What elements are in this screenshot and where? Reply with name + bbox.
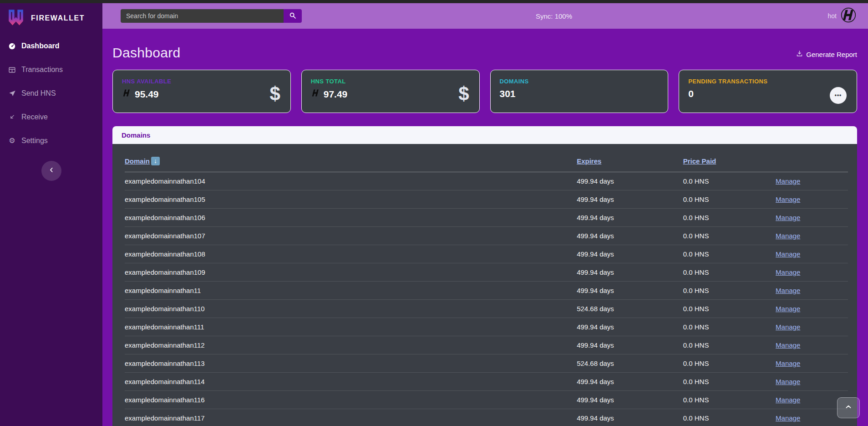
domains-table-body: exampledomainnathan104 499.94 days 0.0 H…: [125, 172, 848, 426]
manage-link[interactable]: Manage: [776, 232, 800, 240]
topbar: Sync: 100% hot: [102, 3, 868, 29]
card-value: 95.49: [122, 88, 171, 100]
price-cell: 0.0 HNS: [683, 409, 776, 426]
sidebar-nav: Dashboard Transactions Send HNS: [0, 31, 102, 153]
card-value: 97.49: [311, 88, 348, 100]
wallet-selector[interactable]: hot: [828, 7, 868, 25]
manage-link[interactable]: Manage: [776, 414, 800, 422]
manage-link[interactable]: Manage: [776, 177, 800, 185]
price-cell: 0.0 HNS: [683, 318, 776, 336]
card-value-text: 0: [688, 88, 694, 99]
download-icon: [796, 50, 803, 58]
column-header-expires[interactable]: Expires: [577, 157, 601, 165]
expires-cell: 499.94 days: [577, 209, 683, 227]
sort-down-icon: ↓: [151, 157, 160, 165]
domain-cell: exampledomainnathan117: [125, 409, 577, 426]
expires-cell: 524.68 days: [577, 300, 683, 318]
domain-cell: exampledomainnathan11: [125, 282, 577, 300]
expires-cell: 499.94 days: [577, 263, 683, 282]
card-value-text: 301: [500, 88, 516, 99]
sidebar-item-transactions[interactable]: Transactions: [0, 58, 102, 82]
manage-link[interactable]: Manage: [776, 268, 800, 276]
manage-link[interactable]: Manage: [776, 287, 800, 294]
paper-plane-icon: [8, 90, 16, 97]
manage-link[interactable]: Manage: [776, 378, 800, 385]
sidebar-item-receive[interactable]: Receive: [0, 105, 102, 129]
chevron-left-icon: [48, 166, 55, 175]
column-header-domain[interactable]: Domain: [125, 157, 150, 165]
domains-panel-body: Domain↓ Expires Price Paid exampledomain…: [112, 144, 857, 426]
dollar-icon: $: [458, 83, 469, 105]
generate-report-button[interactable]: Generate Report: [796, 50, 857, 61]
table-row: exampledomainnathan117 499.94 days 0.0 H…: [125, 409, 848, 426]
manage-link[interactable]: Manage: [776, 305, 800, 313]
domains-table: Domain↓ Expires Price Paid exampledomain…: [125, 149, 848, 426]
card-domains: DOMAINS 301: [490, 70, 669, 113]
hns-logo-icon: [311, 88, 320, 100]
table-header-row: Domain↓ Expires Price Paid: [125, 149, 848, 172]
sidebar-item-settings[interactable]: ⚙ Settings: [0, 129, 102, 153]
price-cell: 0.0 HNS: [683, 227, 776, 245]
ellipsis-icon[interactable]: •••: [830, 87, 847, 104]
table-row: exampledomainnathan111 499.94 days 0.0 H…: [125, 318, 848, 336]
search-input[interactable]: [121, 9, 284, 23]
card-value-text: 95.49: [135, 89, 159, 100]
price-cell: 0.0 HNS: [683, 172, 776, 190]
domains-panel-title: Domains: [112, 126, 857, 144]
expires-cell: 499.94 days: [577, 282, 683, 300]
table-row: exampledomainnathan109 499.94 days 0.0 H…: [125, 263, 848, 282]
manage-link[interactable]: Manage: [776, 396, 800, 404]
card-title: PENDING TRANSACTIONS: [688, 78, 767, 85]
expires-cell: 499.94 days: [577, 336, 683, 354]
gear-icon: ⚙: [8, 137, 16, 144]
main-content: Dashboard Generate Report HNS AVAILABLE: [102, 29, 868, 426]
manage-link[interactable]: Manage: [776, 359, 800, 367]
table-row: exampledomainnathan106 499.94 days 0.0 H…: [125, 209, 848, 227]
price-cell: 0.0 HNS: [683, 354, 776, 373]
sidebar-item-label: Settings: [21, 137, 48, 145]
expires-cell: 499.94 days: [577, 227, 683, 245]
table-icon: [8, 66, 16, 74]
page-head: Dashboard Generate Report: [112, 29, 857, 61]
domain-cell: exampledomainnathan112: [125, 336, 577, 354]
domain-cell: exampledomainnathan114: [125, 373, 577, 391]
sidebar-collapse-button[interactable]: [41, 161, 61, 181]
expires-cell: 499.94 days: [577, 391, 683, 409]
domain-search: [121, 9, 302, 23]
table-row: exampledomainnathan112 499.94 days 0.0 H…: [125, 336, 848, 354]
price-cell: 0.0 HNS: [683, 336, 776, 354]
brand: FIREWALLET: [0, 3, 102, 31]
sidebar: FIREWALLET Dashboard Transactions: [0, 3, 102, 426]
domain-cell: exampledomainnathan116: [125, 391, 577, 409]
domain-cell: exampledomainnathan104: [125, 172, 577, 190]
expires-cell: 499.94 days: [577, 409, 683, 426]
sidebar-item-dashboard[interactable]: Dashboard: [0, 34, 102, 58]
manage-link[interactable]: Manage: [776, 195, 800, 203]
generate-report-label: Generate Report: [806, 51, 857, 58]
sidebar-item-label: Transactions: [21, 66, 63, 74]
manage-link[interactable]: Manage: [776, 214, 800, 221]
card-value: 301: [500, 88, 529, 99]
hns-logo-icon: [122, 88, 131, 100]
sync-status: Sync: 100%: [536, 12, 572, 20]
dollar-icon: $: [269, 83, 280, 105]
manage-link[interactable]: Manage: [776, 250, 800, 258]
domain-cell: exampledomainnathan106: [125, 209, 577, 227]
price-cell: 0.0 HNS: [683, 209, 776, 227]
expires-cell: 499.94 days: [577, 245, 683, 263]
price-cell: 0.0 HNS: [683, 391, 776, 409]
stat-cards: HNS AVAILABLE 95.49 $: [112, 70, 857, 113]
manage-link[interactable]: Manage: [776, 341, 800, 349]
search-button[interactable]: [284, 9, 302, 23]
table-row: exampledomainnathan105 499.94 days 0.0 H…: [125, 190, 848, 209]
manage-link[interactable]: Manage: [776, 323, 800, 331]
domain-cell: exampledomainnathan107: [125, 227, 577, 245]
wallet-name: hot: [828, 12, 837, 20]
column-header-price-paid[interactable]: Price Paid: [683, 157, 716, 165]
card-pending-transactions: PENDING TRANSACTIONS 0 •••: [679, 70, 857, 113]
scroll-to-top-button[interactable]: [837, 397, 860, 418]
sidebar-item-label: Send HNS: [21, 89, 56, 98]
window-top-strip: [0, 0, 868, 3]
sidebar-item-send-hns[interactable]: Send HNS: [0, 82, 102, 105]
card-title: HNS AVAILABLE: [122, 78, 171, 85]
